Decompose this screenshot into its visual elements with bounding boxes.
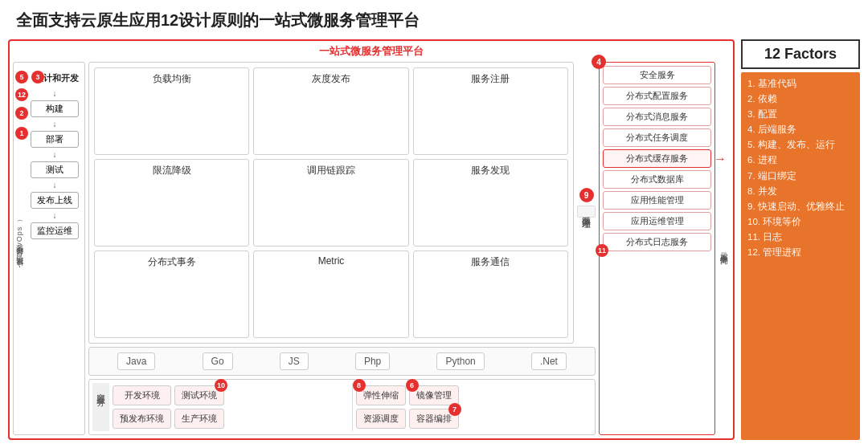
top-services-row: 负载均衡 灰度发布 服务注册 限流降级 调用链跟踪 服务发现 分布式事务 Met… xyxy=(88,62,596,344)
infra-boxes: 8 弹性伸缩 资源调度 6 镜像管理 7 容器编排 xyxy=(356,383,592,431)
platform-title: 一站式微服务管理平台 xyxy=(13,44,730,59)
badge-1: 1 xyxy=(15,127,28,140)
factors-list: 1. 基准代码 2. 依赖 3. 配置 4. 后端服务 5. 构建、发布、运行 … xyxy=(741,72,860,440)
middle-section-inner: 负载均衡 灰度发布 服务注册 限流降级 调用链跟踪 服务发现 分布式事务 Met… xyxy=(88,62,596,435)
cloud-label-vertical: 云服务中间件 xyxy=(718,246,729,251)
cloud-log: 分布式日志服务 11 xyxy=(603,233,711,251)
lang-net: .Net xyxy=(531,352,567,370)
factor-6: 6. 进程 xyxy=(747,153,854,166)
service-metric: Metric xyxy=(253,250,408,338)
cloud-apm: 应用性能管理 xyxy=(603,191,711,210)
cloud-message: 分布式消息服务 xyxy=(603,108,711,126)
lang-python: Python xyxy=(436,352,484,370)
page-title: 全面支持云原生应用12设计原则的一站式微服务管理平台 xyxy=(8,10,860,31)
lang-row: Java Go JS Php Python .Net xyxy=(88,347,596,376)
factor-4: 4. 后端服务 xyxy=(747,123,854,136)
page-container: 全面支持云原生应用12设计原则的一站式微服务管理平台 一站式微服务管理平台 快速… xyxy=(0,0,868,448)
factor-9: 9. 快速启动、优雅终止 xyxy=(747,200,854,213)
factor-11: 11. 日志 xyxy=(747,230,854,243)
micro-service-label: 微服务治理 xyxy=(577,206,596,218)
factor-5: 5. 构建、发布、运行 xyxy=(747,138,854,151)
step-monitor: 监控运维 xyxy=(31,222,79,239)
infra-resource: 资源调度 xyxy=(356,409,406,429)
service-communication: 服务通信 xyxy=(413,250,568,338)
arrow: ↓ xyxy=(53,181,57,189)
env-pre: 预发布环境 xyxy=(113,409,171,429)
cloud-db: 分布式数据库 xyxy=(603,170,711,189)
cloud-security: 安全服务 xyxy=(603,66,711,84)
arrow: ↓ xyxy=(53,150,57,159)
step-build: 构建 xyxy=(31,100,79,117)
cloud-cache: 分布式缓存服务 → xyxy=(603,149,711,168)
factor-1: 1. 基准代码 xyxy=(747,77,854,90)
badge-6: 6 xyxy=(406,379,419,392)
step-release: 发布上线 xyxy=(31,192,79,209)
bottom-panel: 容器服务 开发环境 预发布环境 10 测试环境 生产环境 xyxy=(88,379,596,435)
badge-12: 12 xyxy=(15,88,28,101)
arrow: ↓ xyxy=(53,120,57,128)
badge-3: 3 xyxy=(31,71,44,83)
env-prod: 生产环境 xyxy=(174,409,224,429)
cloud-task: 分布式任务调度 xyxy=(603,128,711,147)
dev-cycle-steps: ↓ 构建 ↓ 部署 ↓ 测试 ↓ 发布上线 ↓ 监控运维 xyxy=(28,89,81,239)
cloud-items: 安全服务 分布式配置服务 分布式消息服务 分布式任务调度 分布式缓存服务 → 分… xyxy=(603,66,711,431)
badge-10: 10 xyxy=(215,379,227,392)
infra-container: 7 容器编排 xyxy=(409,409,459,429)
env-dev: 开发环境 xyxy=(113,385,171,405)
service-discovery: 服务发现 xyxy=(413,159,568,246)
badge-8: 8 xyxy=(353,379,366,392)
services-grid: 负载均衡 灰度发布 服务注册 限流降级 调用链跟踪 服务发现 分布式事务 Met… xyxy=(88,62,574,344)
lang-java: Java xyxy=(117,352,155,370)
lang-go: Go xyxy=(203,352,233,370)
diagram-inner: 快速反馈，持续交付（DevOps） 5 3 12 2 1 设计和开发 ↓ 构建 … xyxy=(13,62,730,435)
divider xyxy=(352,383,353,431)
factor-12: 12. 管理进程 xyxy=(747,246,854,259)
factor-3: 3. 配置 xyxy=(747,108,854,120)
factors-title: 12 Factors xyxy=(741,39,860,69)
service-load-balance: 负载均衡 xyxy=(94,67,249,155)
service-grey-release: 灰度发布 xyxy=(253,67,408,155)
lang-php: Php xyxy=(355,352,390,370)
diagram-area: 一站式微服务管理平台 快速反馈，持续交付（DevOps） 5 3 12 2 1 … xyxy=(8,39,735,440)
factor-8: 8. 并发 xyxy=(747,185,854,198)
factor-10: 10. 环境等价 xyxy=(747,215,854,228)
cloud-config: 分布式配置服务 xyxy=(603,87,711,105)
cloud-middleware: 4 安全服务 分布式配置服务 分布式消息服务 分布式任务调度 分布式缓存服务 →… xyxy=(599,62,715,435)
badge-11: 11 xyxy=(596,244,608,257)
service-trace: 调用链跟踪 xyxy=(253,159,408,246)
lang-js: JS xyxy=(280,352,309,370)
arrow: ↓ xyxy=(53,89,57,98)
main-content: 一站式微服务管理平台 快速反馈，持续交付（DevOps） 5 3 12 2 1 … xyxy=(8,39,860,440)
service-transaction: 分布式事务 xyxy=(94,250,249,338)
factor-7: 7. 端口绑定 xyxy=(747,169,854,182)
arrow: ↓ xyxy=(53,211,57,220)
cloud-ops: 应用运维管理 xyxy=(603,212,711,230)
service-rate-limit: 限流降级 xyxy=(94,159,249,246)
step-test: 测试 xyxy=(31,161,79,178)
container-service-label: 容器服务 xyxy=(92,383,109,431)
highlight-arrow: → xyxy=(714,152,727,166)
factor-2: 2. 依赖 xyxy=(747,92,854,105)
badge-9: 9 xyxy=(579,188,594,202)
step-deploy: 部署 xyxy=(31,131,79,148)
dev-cycle: 快速反馈，持续交付（DevOps） 5 3 12 2 1 设计和开发 ↓ 构建 … xyxy=(13,62,85,435)
env-boxes: 开发环境 预发布环境 10 测试环境 生产环境 xyxy=(113,383,349,431)
badge-7: 7 xyxy=(448,403,461,416)
badge-2: 2 xyxy=(15,107,28,120)
badge-5: 5 xyxy=(15,71,28,83)
factors-panel: 12 Factors 1. 基准代码 2. 依赖 3. 配置 4. 后端服务 5… xyxy=(741,39,860,440)
service-registry: 服务注册 xyxy=(413,67,568,155)
dev-cycle-vertical-label: 快速反馈，持续交付（DevOps） xyxy=(14,225,25,272)
badge-4: 4 xyxy=(592,55,606,69)
